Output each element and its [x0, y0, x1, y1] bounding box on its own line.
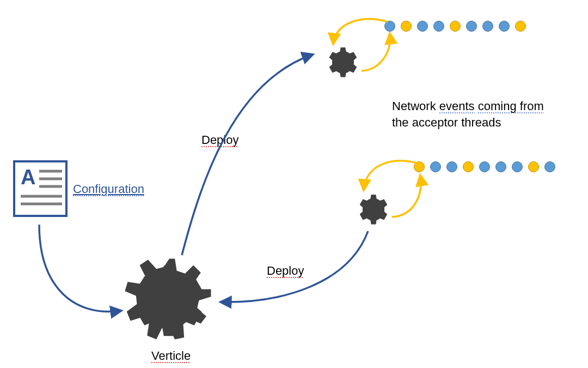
deploy-top-label: Deploy: [201, 133, 238, 147]
arrow-queue-to-gear-top: [333, 19, 388, 44]
event-dot: [499, 21, 510, 32]
arrow-deploy-top: [182, 55, 313, 255]
event-dot: [463, 161, 474, 172]
event-dot: [384, 21, 395, 32]
gear-small-top-icon: [323, 43, 363, 82]
verticle-label: Verticle: [151, 349, 191, 363]
event-dot: [479, 161, 490, 172]
gear-small-bottom-icon: [354, 190, 393, 229]
network-events-text: Network events coming from the acceptor …: [392, 98, 544, 130]
event-queue-top: [384, 21, 526, 32]
event-dot: [482, 21, 493, 32]
event-dot: [414, 161, 425, 172]
event-dot: [544, 161, 555, 172]
svg-text:A: A: [21, 166, 35, 189]
event-dot: [417, 21, 428, 32]
arrow-gear-to-queue-top: [362, 34, 390, 71]
event-dot: [466, 21, 477, 32]
event-dot: [401, 21, 412, 32]
event-dot: [512, 161, 523, 172]
event-dot: [450, 21, 461, 32]
event-dot: [430, 161, 441, 172]
event-queue-bottom: [414, 161, 555, 172]
event-dot: [495, 161, 506, 172]
event-dot: [446, 161, 457, 172]
gear-large-overlay-icon: [123, 254, 216, 347]
deploy-bottom-label: Deploy: [267, 264, 304, 278]
document-icon: A: [9, 157, 74, 222]
arrow-gear-to-queue-bottom: [392, 176, 421, 217]
event-dot: [528, 161, 539, 172]
arrow-queue-to-gear-bottom: [364, 161, 418, 190]
arrow-config-to-verticle: [39, 225, 121, 311]
configuration-label: Configuration: [73, 182, 144, 196]
event-dot: [515, 21, 526, 32]
event-dot: [433, 21, 444, 32]
